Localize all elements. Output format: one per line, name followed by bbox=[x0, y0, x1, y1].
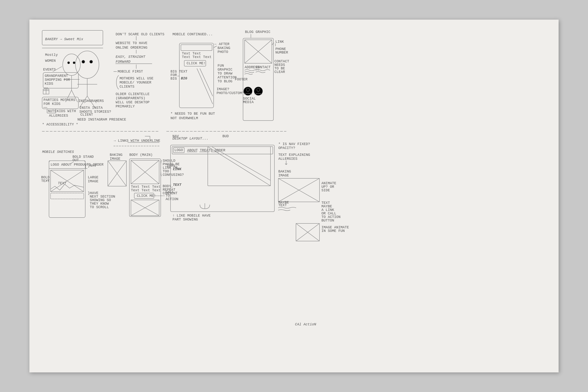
svg-text:NOT OVERWHELM: NOT OVERWHELM bbox=[170, 116, 198, 120]
svg-text:(GRANDPARENTS): (GRANDPARENTS) bbox=[116, 96, 145, 100]
svg-text:CAl ActioN: CAl ActioN bbox=[295, 322, 316, 326]
svg-rect-179 bbox=[172, 146, 273, 154]
svg-text:FUN: FUN bbox=[218, 64, 224, 68]
svg-line-155 bbox=[244, 40, 272, 63]
svg-rect-109 bbox=[131, 200, 159, 216]
svg-text:* ACCESSIBILITY *: * ACCESSIBILITY * bbox=[42, 122, 78, 126]
svg-text:WOMEN: WOMEN bbox=[45, 59, 56, 63]
svg-text:NEED INSTAGRAM PRESENCE: NEED INSTAGRAM PRESENCE bbox=[78, 118, 126, 122]
svg-line-221 bbox=[296, 224, 320, 241]
svg-line-111 bbox=[131, 200, 159, 216]
svg-text:MOBILE FIRST: MOBILE FIRST bbox=[118, 70, 143, 74]
svg-line-202 bbox=[285, 164, 286, 165]
svg-text:CLIENTS: CLIENTS bbox=[120, 85, 134, 88]
svg-text:BIG: BIG bbox=[181, 76, 188, 80]
svg-text:TO DRAW: TO DRAW bbox=[218, 72, 232, 76]
svg-text:BUD: BUD bbox=[222, 134, 229, 138]
svg-line-79 bbox=[70, 162, 74, 164]
svg-text:SIDE: SIDE bbox=[322, 188, 330, 192]
svg-point-162 bbox=[246, 88, 250, 91]
svg-text:FOR: FOR bbox=[170, 73, 177, 77]
svg-text:OR CALL: OR CALL bbox=[322, 212, 336, 216]
svg-text:BUTTON: BUTTON bbox=[322, 218, 334, 222]
svg-line-133 bbox=[200, 68, 213, 96]
svg-line-97 bbox=[108, 161, 126, 186]
svg-text:BODY (MAIN): BODY (MAIN) bbox=[129, 153, 153, 157]
svg-text:OUT: OUT bbox=[72, 158, 79, 162]
svg-text:SHOULD: SHOULD bbox=[163, 159, 176, 163]
svg-text:CLEAR: CLEAR bbox=[274, 70, 285, 74]
svg-text:LARGE: LARGE bbox=[88, 176, 98, 179]
svg-rect-22 bbox=[43, 72, 78, 88]
svg-point-161 bbox=[244, 87, 252, 96]
svg-text:PHOTO BE: PHOTO BE bbox=[163, 162, 180, 166]
svg-line-207 bbox=[278, 178, 320, 202]
svg-text:MOBILE CONTINUED...: MOBILE CONTINUED... bbox=[172, 32, 213, 36]
paper: BAKERY → Sweet Mix CLIENT Mostly WOMEN E… bbox=[30, 20, 558, 372]
svg-text:PHOTO/CUSTOM?: PHOTO/CUSTOM? bbox=[216, 91, 244, 95]
svg-text:IMAGE ANIMATE: IMAGE ANIMATE bbox=[322, 226, 349, 229]
svg-text:LOGO: LOGO bbox=[174, 148, 183, 152]
svg-text:UP? OR: UP? OR bbox=[322, 185, 334, 189]
svg-rect-154 bbox=[244, 40, 272, 63]
svg-text:BOLD STAND: BOLD STAND bbox=[72, 155, 94, 159]
svg-rect-100 bbox=[129, 159, 161, 216]
svg-rect-180 bbox=[174, 148, 184, 153]
svg-text:IMAGE?: IMAGE? bbox=[216, 87, 229, 91]
svg-line-98 bbox=[108, 161, 126, 186]
svg-rect-153 bbox=[243, 38, 274, 120]
svg-text:CONTACT: CONTACT bbox=[274, 60, 289, 63]
svg-text:ABOUT  TREATS  ORDER: ABOUT TREATS ORDER bbox=[187, 148, 226, 152]
svg-point-163 bbox=[254, 87, 263, 96]
svg-text:LOGO ABOUT PRODUCTS ORDER: LOGO ABOUT PRODUCTS ORDER bbox=[50, 163, 104, 166]
svg-text:TOO: TOO bbox=[163, 169, 169, 173]
svg-line-222 bbox=[296, 224, 320, 241]
svg-line-110 bbox=[131, 200, 159, 216]
svg-text:ACTION: ACTION bbox=[166, 197, 178, 201]
svg-text:KIDS WITH: KIDS WITH bbox=[57, 109, 76, 113]
svg-text:TO ACTION: TO ACTION bbox=[322, 215, 340, 219]
svg-rect-72 bbox=[50, 170, 84, 192]
svg-line-208 bbox=[278, 178, 320, 202]
svg-line-156 bbox=[244, 40, 272, 63]
svg-rect-206 bbox=[278, 178, 320, 202]
svg-text:FORWARD: FORWARD bbox=[116, 60, 130, 64]
svg-text:IMAGE: IMAGE bbox=[88, 179, 98, 183]
svg-text:TO BLOG: TO BLOG bbox=[218, 80, 232, 83]
svg-point-164 bbox=[257, 88, 260, 91]
svg-text:BOLD: BOLD bbox=[41, 176, 50, 179]
svg-text:100%: 100% bbox=[166, 164, 175, 168]
svg-text:BODY,: BODY, bbox=[163, 184, 173, 188]
svg-text:KIDS: KIDS bbox=[45, 82, 53, 86]
svg-text:BAKERY → Sweet Mix: BAKERY → Sweet Mix bbox=[45, 37, 83, 41]
svg-text:SHOWING SO: SHOWING SO bbox=[90, 198, 111, 202]
svg-text:ALLERGIES: ALLERGIES bbox=[278, 157, 297, 161]
svg-text:Text Text Text: Text Text Text bbox=[131, 185, 160, 189]
svg-text:INSTAGRAMERS: INSTAGRAMERS bbox=[78, 99, 104, 103]
svg-point-3 bbox=[76, 51, 99, 78]
svg-text:IMAGE: IMAGE bbox=[110, 157, 120, 161]
svg-line-203 bbox=[286, 164, 287, 165]
svg-text:ANIMATE: ANIMATE bbox=[322, 181, 336, 185]
svg-text:← AFTER: ← AFTER bbox=[214, 42, 230, 46]
svg-line-74 bbox=[50, 170, 84, 192]
svg-text:OPACITY?: OPACITY? bbox=[278, 146, 295, 150]
svg-text:CONTACT: CONTACT bbox=[256, 65, 271, 69]
svg-text:Text Text Text: Text Text Text bbox=[131, 188, 160, 192]
svg-text:INSTA    INSTA: INSTA INSTA bbox=[80, 106, 103, 110]
svg-text:TO SCROLL: TO SCROLL bbox=[90, 205, 109, 209]
svg-text:CONFUSING?: CONFUSING? bbox=[163, 173, 184, 177]
svg-text:LINK: LINK bbox=[173, 167, 182, 171]
svg-text:BIG: BIG bbox=[170, 77, 177, 80]
svg-line-132 bbox=[197, 68, 213, 104]
svg-text:GRANDPARENT: GRANDPARENT bbox=[45, 74, 68, 78]
svg-rect-29 bbox=[42, 97, 78, 109]
svg-text:DON'T SCARE OLD CLIENTS: DON'T SCARE OLD CLIENTS bbox=[116, 32, 164, 36]
svg-rect-0 bbox=[42, 30, 103, 45]
svg-rect-76 bbox=[50, 193, 84, 199]
svg-line-190 bbox=[212, 146, 270, 180]
svg-rect-129 bbox=[184, 60, 206, 66]
svg-text:CONTENT: CONTENT bbox=[163, 191, 178, 195]
svg-text:TO: TO bbox=[166, 194, 170, 198]
svg-text:MAYBE: MAYBE bbox=[322, 204, 332, 208]
